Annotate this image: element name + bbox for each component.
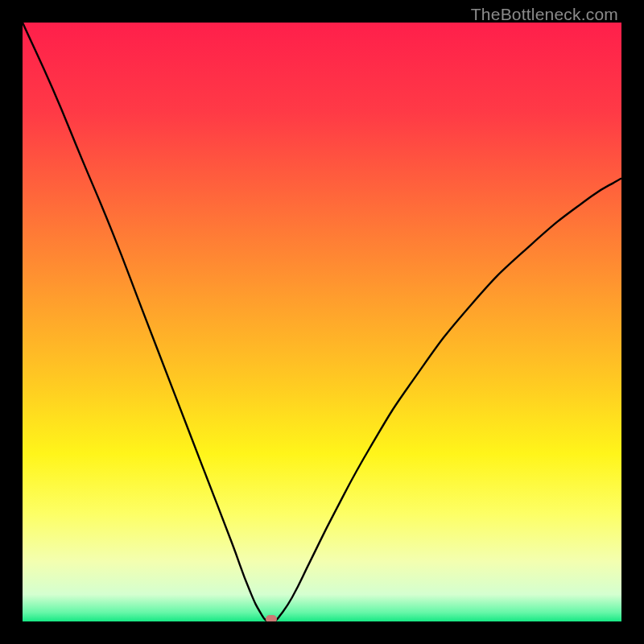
minimum-marker xyxy=(266,615,277,621)
plot-area xyxy=(23,23,621,621)
bottleneck-curve xyxy=(23,23,621,621)
curve-layer xyxy=(23,23,621,621)
watermark-text: TheBottleneck.com xyxy=(471,5,618,24)
chart-frame: TheBottleneck.com xyxy=(0,0,644,644)
